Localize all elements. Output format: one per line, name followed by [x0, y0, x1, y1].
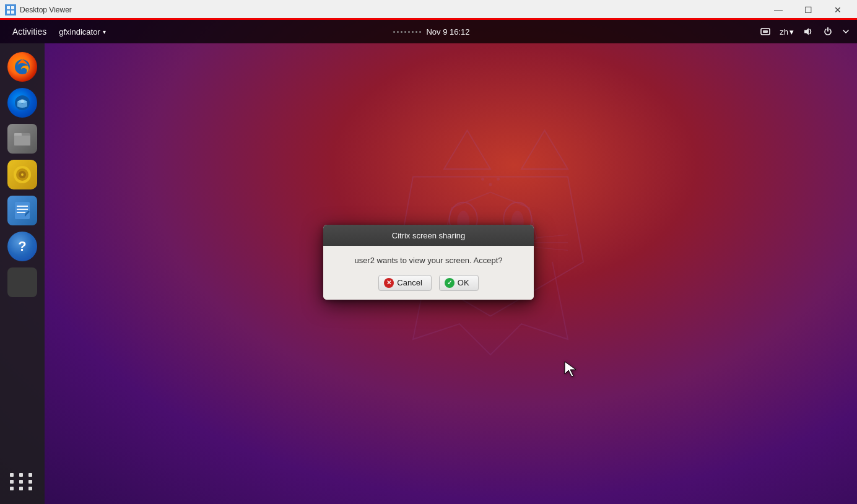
- dialog-body: user2 wants to view your screen. Accept?…: [323, 246, 534, 300]
- ok-label: OK: [458, 278, 469, 287]
- svg-rect-1: [7, 6, 10, 9]
- titlebar-controls: — ☐ ✕: [764, 0, 852, 20]
- cancel-icon: ✕: [384, 278, 394, 288]
- dialog-overlay: Citrix screen sharing user2 wants to vie…: [0, 20, 857, 504]
- app-icon: [5, 4, 16, 15]
- minimize-button[interactable]: —: [764, 0, 793, 20]
- dialog-message: user2 wants to view your screen. Accept?: [336, 256, 521, 265]
- ok-icon: ✓: [445, 278, 455, 288]
- dialog-title: Citrix screen sharing: [392, 231, 466, 240]
- svg-rect-4: [11, 11, 14, 14]
- ok-button[interactable]: ✓ OK: [439, 275, 479, 291]
- desktop-container: Activities gfxindicator ▾ Nov 9 16:12: [0, 20, 857, 504]
- dialog-header: Citrix screen sharing: [323, 225, 534, 246]
- svg-rect-2: [11, 6, 14, 9]
- dialog-buttons: ✕ Cancel ✓ OK: [336, 275, 521, 291]
- svg-rect-3: [7, 11, 10, 14]
- windows-titlebar: Desktop Viewer — ☐ ✕: [0, 0, 857, 20]
- maximize-button[interactable]: ☐: [794, 0, 822, 20]
- cancel-button[interactable]: ✕ Cancel: [378, 275, 431, 291]
- citrix-dialog: Citrix screen sharing user2 wants to vie…: [323, 225, 534, 300]
- cancel-label: Cancel: [397, 278, 422, 287]
- window-title: Desktop Viewer: [20, 6, 764, 14]
- close-button[interactable]: ✕: [824, 0, 852, 20]
